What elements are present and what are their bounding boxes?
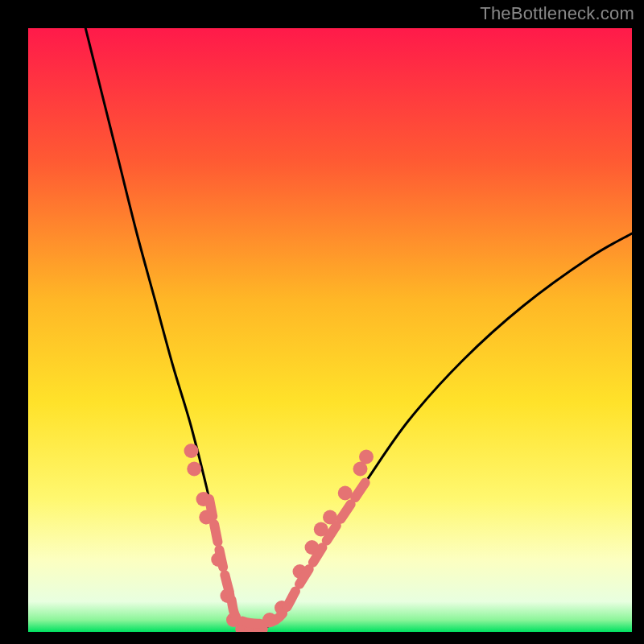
plot-area (28, 28, 632, 632)
highlight-marker (184, 444, 199, 458)
bottleneck-curve-pink-segment (209, 481, 366, 624)
watermark-text: TheBottleneck.com (480, 3, 634, 24)
highlight-marker (338, 486, 353, 501)
bottleneck-curve-black (85, 28, 632, 630)
chart-container: TheBottleneck.com (0, 0, 644, 644)
highlight-marker (359, 450, 374, 464)
curve-layer (28, 28, 632, 632)
highlight-marker (187, 462, 201, 477)
